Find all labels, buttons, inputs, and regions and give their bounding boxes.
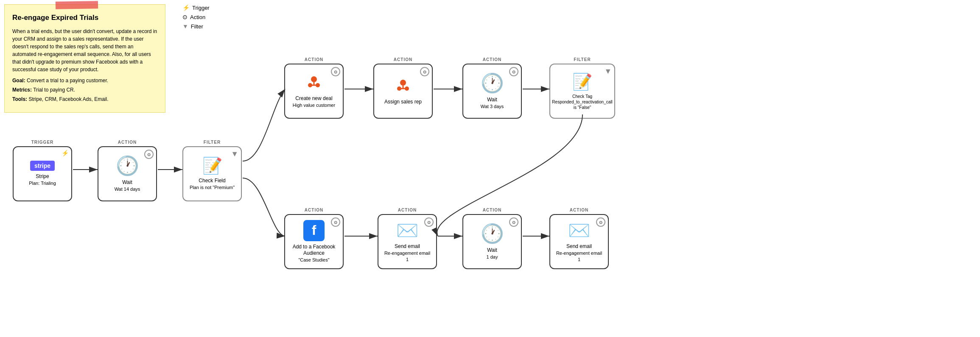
checkfield-text: Check FieldPlan is not "Premium" [190,178,235,191]
checktag-filter-badge: ▼ [604,67,612,76]
node-sendemail2[interactable]: ACTION ⊙ ✉️ Send emailRe-engagement emai… [549,208,609,269]
node-createdeal-type: ACTION [305,57,323,62]
legend-trigger-label: Trigger [192,5,210,11]
sticky-tools: Tools: Stripe, CRM, Facebook Ads, Email. [12,95,157,103]
sticky-description: When a trial ends, but the user didn't c… [12,28,157,73]
createdeal-badge: ⊙ [331,67,340,76]
sticky-goal: Goal: Convert a trial to a paying custom… [12,77,157,84]
node-wait3-type: ACTION [483,57,501,62]
node-createdeal[interactable]: ACTION ⊙ Create new dealHigh value custo… [284,57,344,119]
node-assignrep-type: ACTION [394,57,412,62]
node-checkfield-type: FILTER [204,140,221,145]
node-wait1[interactable]: ACTION ⊙ 🕐 Wait1 day [462,208,522,269]
facebook-text: Add to a Facebook Audience"Case Studies" [289,244,339,264]
facebook-logo: f [303,220,325,241]
node-checktag-type: FILTER [574,57,591,62]
svg-point-0 [311,76,317,82]
node-sendemail2-type: ACTION [570,208,588,212]
legend: ⚡ Trigger ⊙ Action ▼ Filter [182,4,210,30]
sticky-note: Re-engage Expired Trials When a trial en… [4,4,165,113]
trigger-icon: ⚡ [182,4,190,11]
node-sendemail1[interactable]: ACTION ⊙ ✉️ Send emailRe-engagement emai… [378,208,437,269]
stripe-logo: stripe [30,161,55,171]
node-stripe[interactable]: TRIGGER ⚡ stripe StripePlan: Trialing [13,140,72,201]
wait1-badge: ⊙ [509,217,518,227]
node-wait14-type: ACTION [118,140,137,145]
node-facebook-type: ACTION [305,208,323,212]
node-assignrep[interactable]: ACTION ⊙ Assign sales rep [373,57,433,119]
facebook-badge: ⊙ [331,217,340,227]
wait14-text: WaitWat 14 days [115,179,140,192]
wait1-text: Wait1 day [487,247,498,260]
legend-filter: ▼ Filter [182,23,210,30]
sendemail1-text: Send emailRe-engagement email 1 [383,243,432,263]
checktag-text: Check TagResponded_to_reactivation_call … [552,94,612,110]
stripe-text: StripePlan: Trialing [29,173,56,187]
assignrep-badge: ⊙ [420,67,429,76]
assignrep-text: Assign sales rep [384,99,422,106]
sendemail2-text: Send emailRe-engagement email 1 [554,243,604,263]
wait3-badge: ⊙ [509,67,518,76]
node-checkfield[interactable]: FILTER ▼ 📝 Check FieldPlan is not "Premi… [182,140,242,201]
legend-action-label: Action [190,14,205,20]
legend-filter-label: Filter [191,23,203,30]
node-checktag[interactable]: FILTER ▼ 📝 Check TagResponded_to_reactiv… [549,57,615,119]
legend-action: ⊙ Action [182,14,210,20]
node-stripe-type: TRIGGER [31,140,54,145]
node-facebook[interactable]: ACTION ⊙ f Add to a Facebook Audience"Ca… [284,208,344,269]
node-wait3[interactable]: ACTION ⊙ 🕐 WaitWat 3 days [462,57,522,119]
wait3-text: WaitWat 3 days [481,97,504,110]
node-sendemail1-type: ACTION [398,208,417,212]
svg-point-6 [400,80,406,86]
filter-icon: ▼ [182,23,188,30]
legend-trigger: ⚡ Trigger [182,4,210,11]
wait14-badge: ⊙ [144,150,154,159]
sendemail2-badge: ⊙ [596,217,605,227]
createdeal-text: Create new dealHigh value customer [293,95,335,109]
sendemail1-badge: ⊙ [424,217,434,227]
sticky-title: Re-engage Expired Trials [12,12,157,23]
node-wait14[interactable]: ACTION ⊙ 🕐 WaitWat 14 days [98,140,157,201]
node-wait1-type: ACTION [483,208,501,212]
action-icon: ⊙ [182,14,188,20]
sticky-metrics: Metrics: Trial to paying CR. [12,86,157,94]
checkfield-filter-badge: ▼ [231,150,238,159]
stripe-trigger-badge: ⚡ [62,150,69,156]
